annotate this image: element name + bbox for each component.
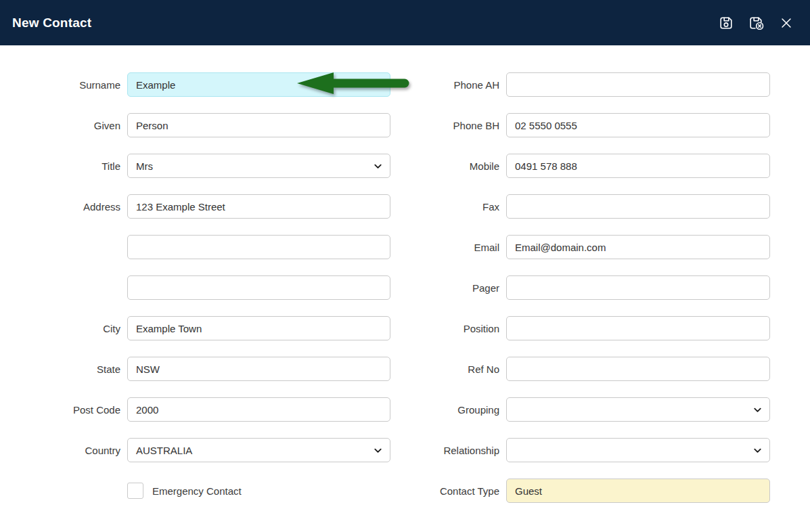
field-row-email: Email — [379, 235, 770, 259]
pager-input[interactable] — [506, 275, 770, 300]
field-row-address-1: Address — [0, 194, 390, 219]
new-contact-dialog: { "header": { "title": "New Contact", "i… — [0, 0, 810, 532]
postcode-input[interactable] — [127, 397, 390, 422]
phone-ah-input[interactable] — [506, 72, 770, 97]
contact-type-label: Contact Type — [379, 485, 499, 497]
address-3-input[interactable] — [127, 275, 390, 300]
dialog-title: New Contact — [12, 16, 91, 30]
address-label: Address — [0, 201, 120, 213]
field-row-postcode: Post Code — [0, 397, 390, 422]
address-1-input[interactable] — [127, 194, 390, 219]
field-row-fax: Fax — [379, 194, 770, 219]
field-row-address-2 — [0, 235, 390, 259]
field-row-pager: Pager — [379, 275, 770, 300]
field-row-city: City — [0, 316, 390, 340]
relationship-select[interactable] — [506, 438, 770, 462]
field-row-surname: Surname — [0, 72, 390, 97]
title-select[interactable]: Mrs — [127, 154, 390, 178]
country-select-value: AUSTRALIA — [136, 445, 192, 456]
grouping-label: Grouping — [379, 404, 499, 416]
email-label: Email — [379, 242, 499, 253]
field-row-state: State — [0, 357, 390, 381]
close-icon — [779, 16, 794, 30]
fax-label: Fax — [379, 201, 499, 213]
position-label: Position — [379, 323, 499, 334]
title-label: Title — [0, 160, 120, 172]
country-select[interactable]: AUSTRALIA — [127, 438, 390, 462]
save-icon — [718, 15, 734, 31]
field-row-phone-bh: Phone BH — [379, 113, 770, 137]
pager-label: Pager — [379, 282, 499, 294]
field-row-country: Country AUSTRALIA — [0, 438, 390, 462]
field-row-title: Title Mrs — [0, 154, 390, 178]
mobile-input[interactable] — [506, 154, 770, 178]
save-button[interactable] — [715, 12, 737, 34]
field-row-relationship: Relationship — [379, 438, 770, 462]
position-input[interactable] — [506, 316, 770, 340]
postcode-label: Post Code — [0, 404, 120, 416]
field-row-mobile: Mobile — [379, 154, 770, 178]
field-row-address-3 — [0, 275, 390, 300]
field-row-ref-no: Ref No — [379, 357, 770, 381]
city-input[interactable] — [127, 316, 390, 340]
grouping-select[interactable] — [506, 397, 770, 422]
field-row-contact-type: Contact Type — [379, 479, 770, 503]
dialog-header: New Contact — [0, 0, 810, 45]
given-label: Given — [0, 120, 120, 131]
surname-input[interactable] — [127, 72, 390, 97]
save-cancel-button[interactable] — [745, 12, 768, 34]
field-row-given: Given — [0, 113, 390, 137]
state-label: State — [0, 363, 120, 375]
fax-input[interactable] — [506, 194, 770, 219]
emergency-contact-label: Emergency Contact — [152, 485, 242, 497]
country-label: Country — [0, 445, 120, 456]
surname-label: Surname — [0, 79, 120, 91]
close-button[interactable] — [776, 13, 796, 33]
field-row-position: Position — [379, 316, 770, 340]
field-row-emergency-contact: Emergency Contact — [0, 479, 390, 503]
save-cancel-icon — [748, 15, 765, 31]
phone-bh-input[interactable] — [506, 113, 770, 137]
address-2-input[interactable] — [127, 235, 390, 259]
title-select-value: Mrs — [136, 160, 153, 172]
contact-type-input[interactable] — [506, 479, 770, 503]
phone-bh-label: Phone BH — [379, 120, 499, 131]
field-row-phone-ah: Phone AH — [379, 72, 770, 97]
email-input[interactable] — [506, 235, 770, 259]
header-actions — [715, 12, 796, 34]
chevron-down-icon — [752, 445, 763, 456]
given-input[interactable] — [127, 113, 390, 137]
state-input[interactable] — [127, 357, 390, 381]
city-label: City — [0, 323, 120, 334]
chevron-down-icon — [752, 405, 763, 415]
field-row-grouping: Grouping — [379, 397, 770, 422]
ref-no-input[interactable] — [506, 357, 770, 381]
relationship-label: Relationship — [379, 445, 499, 456]
ref-no-label: Ref No — [379, 363, 499, 375]
phone-ah-label: Phone AH — [379, 79, 499, 91]
mobile-label: Mobile — [379, 160, 499, 172]
emergency-contact-checkbox[interactable] — [127, 483, 143, 499]
